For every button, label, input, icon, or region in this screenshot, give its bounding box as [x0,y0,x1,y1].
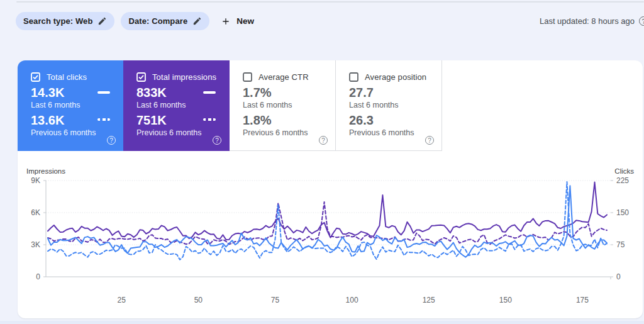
metric-cards-row: Total clicks14.3KLast 6 months13.6KPrevi… [18,60,442,151]
performance-chart-svg: 9K6K3K0225150750ImpressionsClicks2550751… [18,151,643,318]
question-mark-icon[interactable]: ? [639,16,644,26]
solid-line-icon [97,91,110,94]
y-right-tick-label: 0 [616,272,621,281]
metric-value-current: 27.7 [349,86,374,100]
search-type-chip-label: Search type: Web [23,16,92,26]
metric-card-average-ctr[interactable]: Average CTR1.7%Last 6 months1.8%Previous… [230,60,336,151]
x-tick-label: 125 [423,296,435,304]
x-tick-label: 75 [271,296,280,304]
performance-report-card: Total clicks14.3KLast 6 months13.6KPrevi… [18,60,643,318]
metric-value-previous: 751K [136,113,167,128]
x-tick-label: 50 [194,296,203,304]
metric-label-current: Last 6 months [349,101,399,109]
date-chip-label: Date: Compare [128,16,187,26]
y-left-tick-label: 6K [31,208,40,217]
metric-value-current: 1.7% [243,86,272,100]
metric-card-total-impressions[interactable]: Total impressions833KLast 6 months751KPr… [123,60,230,151]
y-right-tick-label: 225 [616,176,629,185]
metric-card-title: Average position [365,72,426,82]
metric-label-previous: Previous 6 months [243,128,308,137]
search-console-performance-page: { "page": { "background": "#eff2fb", "bo… [0,0,644,324]
metric-label-current: Last 6 months [136,101,186,109]
metric-value-current: 14.3K [31,86,64,100]
checkbox-checked-icon[interactable] [31,72,40,82]
x-tick-label: 175 [576,296,589,304]
plus-icon [221,16,231,26]
metric-value-previous: 26.3 [349,113,374,128]
header-divider [16,1,644,3]
metric-card-title: Total impressions [152,72,216,82]
metric-value-previous: 13.6K [31,113,64,128]
pencil-icon [192,16,202,26]
last-updated-status: Last updated: 8 hours ago ? [540,12,644,30]
metric-label-previous: Previous 6 months [136,128,202,137]
y-right-tick-label: 75 [616,240,625,249]
metric-card-header: Total impressions [136,72,216,82]
x-tick-label: 25 [118,296,126,304]
y-left-tick-label: 9K [31,176,40,185]
metric-label-previous: Previous 6 months [349,128,414,137]
date-filter-chip[interactable]: Date: Compare [121,12,209,30]
metric-card-header: Average CTR [243,72,309,82]
question-mark-icon[interactable]: ? [425,136,434,145]
clicks-axis-title: Clicks [614,167,634,175]
metric-card-title: Total clicks [47,72,87,82]
checkbox-checked-icon[interactable] [136,72,146,82]
metric-value-current: 833K [136,86,167,100]
question-mark-icon[interactable]: ? [319,136,328,145]
metric-card-header: Total clicks [31,72,87,82]
metric-card-header: Average position [349,72,426,82]
new-filter-button[interactable]: New [221,16,254,26]
y-left-tick-label: 3K [31,240,40,249]
metric-value-previous: 1.8% [243,113,272,128]
checkbox-unchecked-icon[interactable] [243,72,252,82]
new-button-label: New [236,16,254,26]
metric-card-total-clicks[interactable]: Total clicks14.3KLast 6 months13.6KPrevi… [18,60,123,151]
pencil-icon [97,16,107,26]
series-impressions-current [48,182,607,240]
metric-label-current: Last 6 months [243,101,292,109]
y-left-tick-label: 0 [36,272,40,281]
y-right-tick-label: 150 [616,208,629,217]
solid-line-icon [203,91,216,94]
performance-chart: 9K6K3K0225150750ImpressionsClicks2550751… [18,151,643,318]
metric-card-title: Average CTR [258,72,309,82]
x-tick-label: 100 [346,296,358,304]
search-type-filter-chip[interactable]: Search type: Web [16,12,114,30]
metric-label-previous: Previous 6 months [31,128,96,137]
bottom-page-strip [0,321,644,324]
dashed-line-icon [203,118,216,121]
last-updated-text: Last updated: 8 hours ago [540,16,635,26]
question-mark-icon[interactable]: ? [213,136,221,145]
impressions-axis-title: Impressions [26,167,65,175]
series-clicks-current [48,186,607,257]
metric-card-average-position[interactable]: Average position27.7Last 6 months26.3Pre… [336,60,442,151]
checkbox-unchecked-icon[interactable] [349,72,358,82]
question-mark-icon[interactable]: ? [107,136,116,145]
x-tick-label: 150 [499,296,512,304]
series-impressions-previous [48,202,607,244]
metric-label-current: Last 6 months [31,101,80,109]
dashed-line-icon [97,118,110,121]
